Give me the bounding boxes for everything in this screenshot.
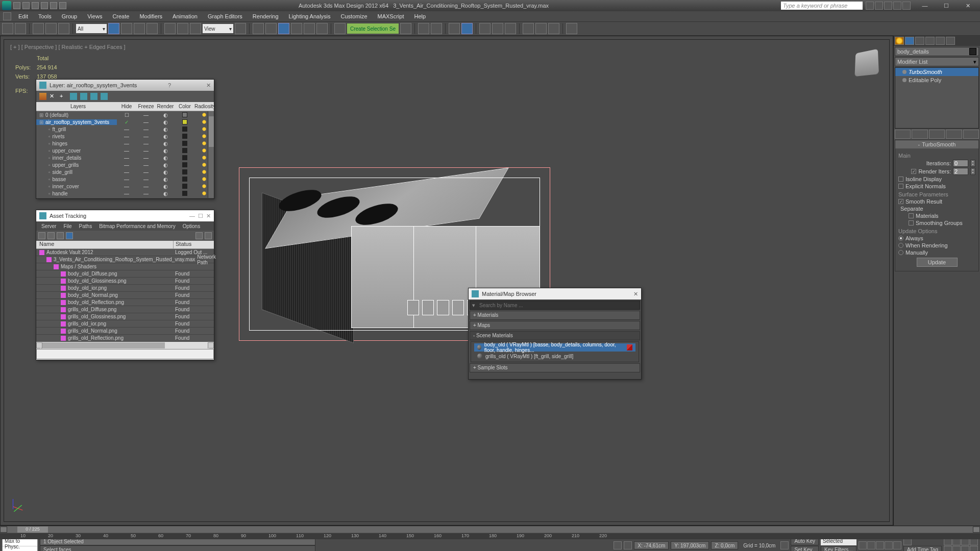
radiosity-col[interactable]: Radiosity bbox=[194, 104, 214, 109]
exchange-icon[interactable] bbox=[884, 2, 892, 10]
asset-row[interactable]: grills_old_Diffuse.pngFound bbox=[36, 306, 214, 313]
zoom-extents-icon[interactable] bbox=[944, 546, 952, 552]
layer-row[interactable]: ▫handle——◐ bbox=[36, 190, 214, 197]
modifier-stack[interactable]: TurboSmooth Editable Poly bbox=[895, 67, 979, 129]
asset-list-icon[interactable] bbox=[57, 232, 64, 239]
graphite-ribbon-icon[interactable] bbox=[461, 23, 473, 34]
update-always-radio[interactable] bbox=[898, 236, 903, 241]
asset-refresh-icon[interactable] bbox=[38, 232, 45, 239]
asset-close-icon[interactable]: ✕ bbox=[206, 213, 211, 219]
script-mini-listener[interactable]: Max to Physc. bbox=[2, 537, 38, 551]
asset-row[interactable]: grills_old_ior.pngFound bbox=[36, 320, 214, 328]
iterations-spin-arrows[interactable]: ▲▼ bbox=[970, 160, 975, 167]
menu-customize[interactable]: Customize bbox=[337, 12, 372, 20]
asset-row[interactable]: Autodesk Vault 2012Logged Out ... bbox=[36, 249, 214, 256]
update-button[interactable]: Update bbox=[917, 258, 958, 267]
layer-row[interactable]: ▫columns——◐ bbox=[36, 197, 214, 198]
curve-editor-icon[interactable] bbox=[479, 23, 491, 34]
setkey-button[interactable]: Set Key bbox=[791, 546, 819, 552]
material-close-icon[interactable]: ✕ bbox=[633, 291, 638, 297]
explicit-normals-check[interactable] bbox=[898, 184, 903, 189]
create-tab-icon[interactable] bbox=[895, 37, 904, 45]
time-slider[interactable]: 0 / 225 bbox=[0, 526, 980, 533]
close-button[interactable]: ✕ bbox=[958, 1, 978, 10]
asset-menu-paths[interactable]: Paths bbox=[76, 222, 95, 230]
asset-row[interactable]: body_old_Glossiness.pngFound bbox=[36, 278, 214, 285]
undo-icon[interactable] bbox=[2, 23, 13, 34]
modify-tab-icon[interactable] bbox=[905, 37, 914, 45]
render-icon[interactable] bbox=[548, 23, 559, 34]
asset-row[interactable]: grills_old_Reflection.pngFound bbox=[36, 335, 214, 342]
select-region-icon[interactable] bbox=[134, 23, 145, 34]
move-icon[interactable] bbox=[164, 23, 176, 34]
qat-undo-icon[interactable] bbox=[41, 2, 48, 9]
update-rendering-radio[interactable] bbox=[898, 243, 903, 248]
layer-close-icon[interactable]: ✕ bbox=[206, 82, 211, 89]
modifier-editable-poly[interactable]: Editable Poly bbox=[895, 76, 978, 84]
named-selection-combo[interactable]: Create Selection Se bbox=[347, 23, 399, 34]
adaptive-degradation-icon[interactable] bbox=[780, 541, 789, 549]
mat-cat-scene[interactable]: - Scene Materials bbox=[470, 331, 640, 340]
named-sel-edit-icon[interactable] bbox=[334, 23, 346, 34]
asset-row[interactable]: body_old_ior.pngFound bbox=[36, 285, 214, 292]
asset-row[interactable]: grills_old_Normal.pngFound bbox=[36, 328, 214, 335]
mat-cat-maps[interactable]: + Maps bbox=[470, 321, 640, 330]
configure-sets-icon[interactable] bbox=[963, 130, 979, 139]
window-crossing-icon[interactable] bbox=[146, 23, 158, 34]
keyboard-shortcut-icon[interactable] bbox=[265, 23, 277, 34]
named-sel-dropdown-icon[interactable] bbox=[400, 23, 411, 34]
app-menu-button[interactable] bbox=[3, 12, 11, 20]
bind-spacewarp-icon[interactable] bbox=[58, 23, 69, 34]
manipulate-icon[interactable] bbox=[253, 23, 264, 34]
maximize-button[interactable]: ☐ bbox=[936, 1, 957, 10]
asset-table-icon[interactable] bbox=[66, 232, 73, 239]
play-icon[interactable] bbox=[876, 541, 884, 549]
pin-stack-icon[interactable] bbox=[895, 130, 911, 139]
smooth-result-check[interactable] bbox=[898, 199, 903, 204]
infocenter-search[interactable]: Type a keyword or phrase bbox=[781, 2, 863, 10]
layer-row[interactable]: ⊞0 (default)☐—◐ bbox=[36, 111, 214, 118]
layer-delete-icon[interactable]: ✕ bbox=[50, 93, 57, 100]
object-color-swatch[interactable] bbox=[969, 48, 976, 55]
mat-item-grills-old[interactable]: grills_old ( VRayMtl ) [ft_grill, side_g… bbox=[474, 352, 635, 360]
time-handle[interactable]: 0 / 225 bbox=[17, 527, 48, 533]
menu-maxscript[interactable]: MAXScript bbox=[374, 12, 408, 20]
menu-create[interactable]: Create bbox=[108, 12, 133, 20]
layer-help-icon[interactable]: ? bbox=[168, 82, 171, 88]
next-frame-icon[interactable] bbox=[885, 541, 893, 549]
qat-new-icon[interactable] bbox=[13, 2, 20, 9]
material-panel-title[interactable]: Material/Map Browser ✕ bbox=[469, 288, 641, 299]
angle-snap-icon[interactable] bbox=[291, 23, 302, 34]
menu-lighting-analysis[interactable]: Lighting Analysis bbox=[285, 12, 335, 20]
render-col[interactable]: Render bbox=[156, 104, 175, 109]
select-by-name-icon[interactable] bbox=[121, 23, 132, 34]
scale-icon[interactable] bbox=[190, 23, 201, 34]
asset-settings-icon[interactable] bbox=[205, 232, 212, 239]
material-search-input[interactable] bbox=[477, 303, 640, 308]
layer-new-icon[interactable] bbox=[39, 93, 46, 100]
render-iters-spin-arrows[interactable]: ▲▼ bbox=[970, 168, 975, 175]
asset-hscrollbar[interactable]: ◀▶ bbox=[36, 342, 214, 349]
layer-row[interactable]: ▫rivets——◐ bbox=[36, 133, 214, 140]
layer-manager-icon[interactable] bbox=[449, 23, 460, 34]
layer-row[interactable]: ▫basse——◐ bbox=[36, 176, 214, 183]
percent-snap-icon[interactable] bbox=[304, 23, 315, 34]
menu-tools[interactable]: Tools bbox=[34, 12, 56, 20]
render-frame-icon[interactable] bbox=[535, 23, 547, 34]
qat-open-icon[interactable] bbox=[22, 2, 30, 9]
mat-item-body-old[interactable]: body_old ( VRayMtl ) [basse, body_detail… bbox=[474, 343, 635, 352]
subscription-icon[interactable] bbox=[875, 2, 883, 10]
prev-frame-icon[interactable] bbox=[867, 541, 875, 549]
layer-row[interactable]: ▫ft_grill——◐ bbox=[36, 126, 214, 133]
minimize-button[interactable]: — bbox=[915, 1, 935, 10]
menu-animation[interactable]: Animation bbox=[168, 12, 202, 20]
transform-type-in-icon[interactable] bbox=[624, 541, 632, 549]
layer-row[interactable]: ⊞air_rooftop_sysytem_3vents✓—◐ bbox=[36, 118, 214, 126]
iterations-spinner[interactable]: 0 bbox=[953, 160, 968, 167]
qat-project-icon[interactable] bbox=[59, 2, 66, 9]
fov-icon[interactable] bbox=[961, 546, 969, 552]
render-iters-spinner[interactable]: 2 bbox=[953, 168, 968, 175]
render-iters-check[interactable] bbox=[911, 169, 916, 174]
asset-row[interactable]: body_old_Reflection.pngFound bbox=[36, 299, 214, 306]
layer-highlight-icon[interactable] bbox=[80, 93, 87, 100]
